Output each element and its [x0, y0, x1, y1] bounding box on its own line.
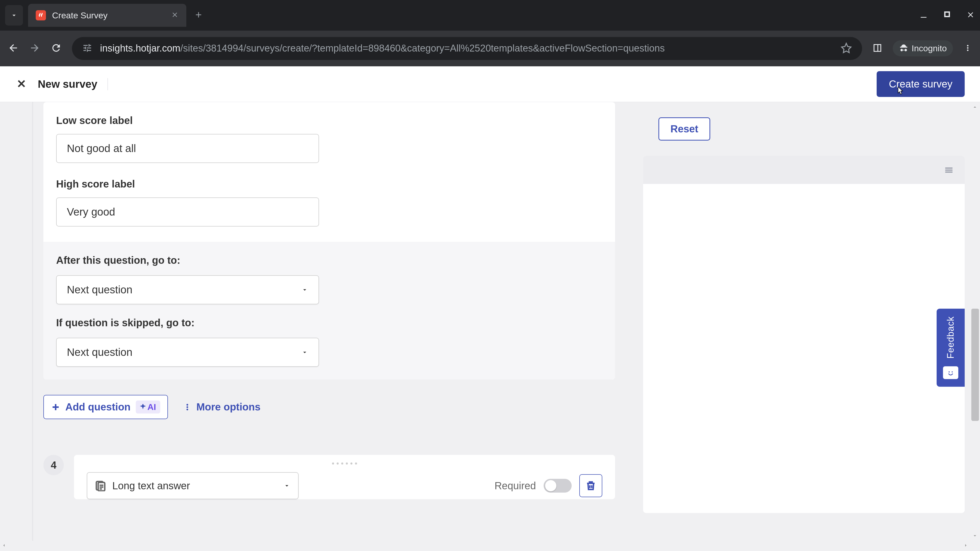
sidepanel-icon — [872, 43, 883, 53]
maximize-icon — [943, 11, 951, 18]
app-container: New survey Create survey Low score label… — [0, 66, 980, 551]
after-question-select[interactable]: Next question — [56, 275, 319, 304]
low-score-input[interactable] — [56, 134, 319, 163]
caret-down-icon — [301, 349, 308, 356]
arrow-left-icon — [8, 42, 19, 54]
browser-toolbar: insights.hotjar.com/sites/3814994/survey… — [0, 30, 980, 66]
drag-handle[interactable] — [87, 462, 602, 465]
question-4-card: Long text answer Required — [74, 455, 615, 499]
minimize-icon — [919, 11, 928, 19]
scrollbar-thumb[interactable] — [971, 309, 979, 421]
high-score-field: High score label — [56, 178, 602, 227]
window-close-button[interactable] — [966, 11, 975, 20]
vertical-scrollbar[interactable] — [970, 102, 980, 541]
tune-icon — [82, 43, 92, 53]
browser-tab-strip: Create Survey — [0, 0, 980, 30]
low-score-label: Low score label — [56, 115, 602, 126]
star-icon — [841, 42, 852, 54]
preview-header — [643, 156, 965, 184]
question-4-row: 4 Long text answer Required — [43, 455, 615, 499]
page-title: New survey — [38, 78, 108, 90]
more-options-button[interactable]: More options — [183, 401, 261, 413]
menu-icon — [943, 165, 955, 175]
close-editor-button[interactable] — [15, 78, 27, 91]
window-controls — [919, 11, 975, 20]
hotjar-favicon — [36, 10, 46, 21]
new-tab-button[interactable] — [194, 10, 203, 21]
caret-left-icon — [1, 542, 7, 548]
more-vert-icon — [183, 402, 191, 412]
site-settings-button[interactable] — [82, 43, 92, 54]
feedback-label: Feedback — [945, 316, 956, 359]
browser-tab[interactable]: Create Survey — [28, 4, 186, 27]
svg-point-6 — [952, 372, 953, 373]
skipped-label: If question is skipped, go to: — [56, 317, 602, 329]
app-body: Low score label High score label After t… — [0, 102, 980, 551]
svg-point-2 — [186, 409, 188, 410]
horizontal-scrollbar[interactable] — [0, 541, 970, 551]
plus-icon — [194, 10, 203, 19]
required-label: Required — [495, 480, 536, 492]
routing-section: After this question, go to: Next questio… — [43, 242, 615, 380]
close-icon — [171, 11, 179, 19]
tab-search-button[interactable] — [5, 5, 23, 25]
question-type-label: Long text answer — [112, 480, 277, 492]
action-row: Add question AI More options — [43, 380, 615, 434]
address-bar[interactable]: insights.hotjar.com/sites/3814994/survey… — [72, 37, 862, 60]
ai-badge: AI — [136, 400, 160, 413]
cursor-icon — [897, 86, 904, 95]
sidepanel-button[interactable] — [872, 43, 883, 54]
plus-icon — [51, 403, 60, 412]
reset-button[interactable]: Reset — [659, 118, 710, 141]
forward-button[interactable] — [29, 42, 40, 55]
long-text-icon — [95, 480, 106, 491]
after-question-label: After this question, go to: — [56, 254, 602, 266]
feedback-tab[interactable]: Feedback — [937, 309, 965, 387]
svg-point-0 — [186, 404, 188, 406]
skipped-select[interactable]: Next question — [56, 338, 319, 367]
high-score-input[interactable] — [56, 197, 319, 227]
caret-right-icon — [963, 542, 969, 548]
skipped-value: Next question — [67, 346, 132, 359]
svg-point-5 — [948, 372, 950, 373]
preview-box — [643, 156, 965, 513]
scroll-right-button[interactable] — [963, 542, 969, 549]
more-vert-icon — [963, 43, 972, 52]
delete-question-button[interactable] — [579, 474, 602, 497]
incognito-icon — [899, 44, 908, 53]
question-card: Low score label High score label After t… — [43, 102, 615, 380]
high-score-label: High score label — [56, 178, 602, 190]
required-group: Required — [495, 474, 602, 497]
bookmark-button[interactable] — [841, 42, 852, 55]
left-rail — [0, 102, 33, 551]
caret-down-icon — [301, 286, 308, 293]
browser-menu-button[interactable] — [963, 43, 972, 54]
tab-close-button[interactable] — [171, 11, 179, 20]
back-button[interactable] — [8, 42, 19, 55]
chevron-down-icon — [10, 11, 18, 19]
question-type-select[interactable]: Long text answer — [87, 472, 299, 499]
sparkle-icon — [140, 404, 146, 410]
scroll-down-button[interactable] — [970, 530, 980, 541]
maximize-button[interactable] — [943, 11, 951, 20]
minimize-button[interactable] — [919, 11, 928, 20]
incognito-label: Incognito — [912, 43, 947, 53]
close-icon — [15, 78, 27, 90]
caret-down-icon — [972, 533, 978, 539]
caret-up-icon — [972, 104, 978, 110]
question-number-badge: 4 — [43, 455, 64, 475]
caret-down-icon — [283, 482, 290, 489]
url-text: insights.hotjar.com/sites/3814994/survey… — [100, 43, 833, 54]
trash-icon — [585, 480, 597, 491]
close-icon — [966, 11, 975, 19]
required-toggle[interactable] — [544, 479, 572, 492]
scroll-left-button[interactable] — [1, 542, 7, 549]
arrow-right-icon — [29, 42, 40, 54]
scroll-up-button[interactable] — [970, 102, 980, 112]
reload-button[interactable] — [51, 42, 62, 55]
preview-column: Reset — [638, 102, 980, 551]
add-question-button[interactable]: Add question AI — [43, 395, 168, 419]
editor-header: New survey Create survey — [0, 66, 980, 102]
incognito-indicator[interactable]: Incognito — [893, 40, 953, 56]
create-survey-button[interactable]: Create survey — [877, 71, 965, 97]
